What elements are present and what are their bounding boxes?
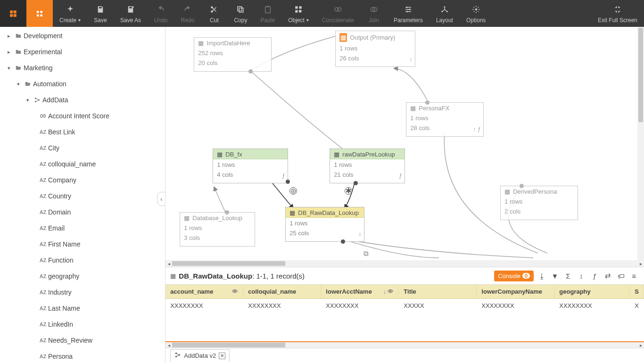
console-button[interactable]: Console0 (494, 271, 534, 281)
layout-button[interactable]: Layout (429, 0, 460, 27)
col-account-name[interactable]: account_name👁 (165, 285, 243, 298)
svg-point-14 (409, 8, 410, 10)
options-button[interactable]: Options (460, 0, 492, 27)
join-left-icon: ⊜ (289, 187, 297, 195)
tree-column-item[interactable]: AZgeography (0, 268, 165, 284)
save-button[interactable]: Save (87, 0, 114, 27)
tree-column-item[interactable]: AZcolloquial_name (0, 156, 165, 172)
chevron-down-icon: ▾ (78, 17, 81, 23)
table-icon: ▦ (289, 209, 295, 216)
col-loweracctname[interactable]: lowerAcctName↓👁 (321, 285, 399, 298)
tree-item-label: Country (48, 192, 71, 200)
save-as-button[interactable]: Save As (114, 0, 148, 27)
node-personafx[interactable]: ▦PersonaFX 1 rows28 cols↕ ƒ (406, 102, 484, 137)
tree-column-item[interactable]: AZEmail (0, 220, 165, 236)
tree-item-label: Persona (48, 353, 73, 360)
svg-point-2 (211, 6, 214, 8)
cut-button[interactable]: Cut (201, 0, 227, 27)
grid-horizontal-scrollbar[interactable]: ◂▸ (165, 341, 644, 348)
sort-desc-icon[interactable]: ↓ (383, 288, 387, 295)
col-lowercompanyname[interactable]: lowerCompanyName (477, 285, 554, 298)
col-more[interactable]: S (630, 285, 644, 298)
tree-column-item[interactable]: AZBest Link (0, 124, 165, 140)
svg-point-1 (211, 10, 214, 13)
node-importdatahere[interactable]: ▦ImportDataHere 252 rows20 cols (194, 37, 272, 72)
node-databaselookup[interactable]: ▦Database_Lookup 1 rows3 cols (180, 212, 255, 247)
tree-column-item[interactable]: AZDomain (0, 204, 165, 220)
node-dbrawdatalookup[interactable]: ▦DB_RawData_Lookup 1 rows25 cols↕ (285, 207, 364, 242)
panel-title: DB_RawData_Lookup: 1-1, 1 record(s) (179, 272, 305, 280)
tree-column-item[interactable]: AZPersona (0, 348, 165, 362)
tree-folder-automation[interactable]: ▾Automation (0, 76, 165, 92)
svg-rect-4 (267, 6, 269, 7)
table-row[interactable]: XXXXXXXX XXXXXXXX XXXXXXXX XXXXX XXXXXXX… (165, 299, 644, 312)
svg-point-19 (475, 8, 477, 10)
node-dbfx[interactable]: ▦DB_fx 1 rows4 colsƒ (213, 148, 288, 183)
tree-column-item[interactable]: AZCountry (0, 188, 165, 204)
join-button[interactable]: Join (361, 0, 387, 27)
filter-icon[interactable]: ▼ (550, 272, 560, 280)
fx-icon[interactable]: ƒ (589, 272, 600, 280)
eye-off-icon[interactable]: 👁 (232, 288, 238, 295)
tree-column-item[interactable]: AZCompany (0, 172, 165, 188)
col-colloquial-name[interactable]: colloquial_name (243, 285, 321, 298)
canvas-vertical-scrollbar[interactable] (637, 27, 644, 260)
tree-folder-development[interactable]: ▸Development (0, 28, 165, 44)
list-icon[interactable]: ≡ (629, 272, 639, 280)
tree-item-label: Best Link (48, 128, 75, 136)
col-geography[interactable]: geography (554, 285, 630, 298)
join-right-icon: ✱ (345, 187, 352, 195)
node-rawdataprelookup[interactable]: ▦rawDataPreLookup 1 rows21 colsƒ (330, 148, 405, 183)
tree-column-item[interactable]: AZLast Name (0, 300, 165, 316)
type-badge: AZ (38, 257, 48, 263)
type-badge: AZ (38, 273, 48, 279)
active-module-icon[interactable] (26, 0, 53, 27)
tree-column-item[interactable]: 09Account Intent Score (0, 108, 165, 124)
node-derivedpersona[interactable]: ▦DerivedPersona 1 rows2 cols (500, 186, 578, 220)
tree-column-item[interactable]: AZFunction (0, 252, 165, 268)
tree-column-item[interactable]: AZLinkedIn (0, 316, 165, 332)
tree-column-item[interactable]: AZIndustry (0, 284, 165, 300)
download-icon[interactable]: ⭳ (537, 272, 547, 280)
redo-button[interactable]: Redo (174, 0, 201, 27)
tree-item-label: City (48, 144, 59, 152)
type-badge: AZ (38, 225, 48, 231)
eye-off-icon[interactable]: 👁 (388, 288, 394, 295)
folder-icon (13, 33, 24, 39)
grid-header: account_name👁 colloquial_name lowerAcctN… (165, 285, 644, 299)
collapse-sidebar-button[interactable]: ‹ (157, 192, 165, 206)
exit-fullscreen-button[interactable]: Exit Full Screen (591, 0, 644, 27)
swap-icon[interactable]: ⇄ (603, 272, 613, 280)
copy-node-icon[interactable]: ⧉ (363, 249, 369, 258)
parameters-button[interactable]: Parameters (387, 0, 429, 27)
tree-item-label: Last Name (48, 304, 80, 312)
chevron-down-icon: ▾ (306, 17, 309, 23)
tree-item-label: colloquial_name (48, 160, 96, 168)
create-button[interactable]: Create▾ (53, 0, 87, 27)
close-tab-icon[interactable]: ✕ (219, 353, 225, 359)
col-title[interactable]: Title (399, 285, 477, 298)
node-output[interactable]: ▦Output (Primary) 1 rows26 cols↕ (335, 31, 415, 67)
app-logo[interactable] (0, 0, 26, 27)
sort-icon[interactable]: ↕ (576, 272, 586, 280)
tree-folder-experimental[interactable]: ▸Experimental (0, 44, 165, 60)
tree-column-item[interactable]: AZFirst Name (0, 236, 165, 252)
tree-dataset-adddata[interactable]: ▾AddData (0, 92, 165, 108)
tree-folder-marketing[interactable]: ▾Marketing (0, 60, 165, 76)
flow-canvas[interactable]: ▦ImportDataHere 252 rows20 cols ▦Output … (165, 27, 644, 260)
sigma-icon[interactable]: Σ (563, 272, 573, 280)
tree-item-label: Industry (48, 288, 72, 296)
copy-button[interactable]: Copy (227, 0, 254, 27)
type-badge: AZ (38, 289, 48, 295)
tag-icon[interactable]: 🏷 (616, 272, 626, 280)
type-badge: AZ (38, 129, 48, 135)
tab-adddata[interactable]: AddData v2 ✕ (170, 349, 230, 362)
tree-column-item[interactable]: AZCity (0, 140, 165, 156)
object-button[interactable]: Object▾ (281, 0, 315, 27)
canvas-horizontal-scrollbar[interactable]: ◂▸ (165, 260, 644, 267)
type-badge: 09 (38, 113, 48, 119)
paste-button[interactable]: Paste (254, 0, 281, 27)
undo-button[interactable]: Undo (148, 0, 174, 27)
concatenate-button[interactable]: Concatenate (315, 0, 361, 27)
tree-column-item[interactable]: AZNeeds_Review (0, 332, 165, 348)
